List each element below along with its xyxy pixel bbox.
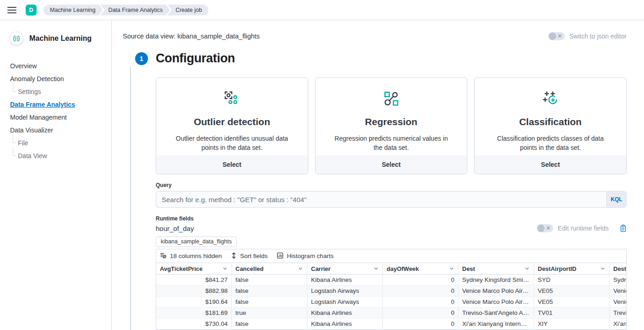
table-cell[interactable]: Venice Marco Polo Airport: [458, 286, 534, 296]
app-window: D Machine LearningData Frame AnalyticsCr…: [0, 0, 644, 330]
chevron-down-icon[interactable]: [524, 266, 530, 271]
table-cell[interactable]: VE05: [534, 297, 610, 307]
table-cell[interactable]: Logstash Airways: [307, 297, 383, 307]
table-cell[interactable]: Venice Marco Polo Airport: [458, 297, 534, 307]
sort-fields-button[interactable]: Sort fields: [231, 252, 267, 260]
breadcrumb-data-frame-analytics[interactable]: Data Frame Analytics: [100, 5, 170, 16]
cell-value: 0: [451, 309, 454, 316]
card-title: Regression: [324, 116, 459, 127]
kql-badge[interactable]: KQL: [606, 191, 627, 208]
outlier-detection-card[interactable]: Outlier detection Outlier detection iden…: [156, 77, 308, 174]
histogram-charts-button[interactable]: Histogram charts: [277, 252, 333, 260]
main-content: Source data view: kibana_sample_data_fli…: [112, 20, 644, 330]
sidebar-item-file[interactable]: File: [0, 137, 111, 149]
space-avatar[interactable]: D: [26, 5, 37, 16]
table-cell[interactable]: $841.27: [156, 275, 232, 285]
column-header-destairportid[interactable]: DestAirportID: [534, 263, 610, 274]
table-cell[interactable]: false: [232, 286, 307, 296]
cell-value: Kibana Airlines: [311, 276, 352, 283]
table-cell[interactable]: Xi'an: [610, 319, 627, 329]
table-cell[interactable]: Venice: [610, 297, 627, 307]
toggle-off-icon: ✕: [546, 225, 551, 231]
edit-runtime-fields-toggle[interactable]: ✕: [537, 224, 553, 232]
regression-card[interactable]: Regression Regression predicts numerical…: [315, 77, 468, 174]
table-cell[interactable]: Kibana Airlines: [307, 275, 383, 285]
table-cell[interactable]: false: [232, 319, 307, 329]
table-cell[interactable]: TV01: [534, 308, 610, 318]
column-header-avgticketprice[interactable]: AvgTicketPrice: [156, 263, 232, 274]
table-cell[interactable]: Treviso-Sant'Angelo Airport: [458, 308, 534, 318]
cell-value: Sydney Kingsford Smith I...: [462, 276, 530, 283]
sidebar-item-data-visualizer[interactable]: Data Visualizer: [0, 124, 111, 137]
breadcrumb: Machine LearningData Frame AnalyticsCrea…: [44, 5, 208, 16]
table-cell[interactable]: 0: [383, 275, 458, 285]
histogram-icon: [277, 252, 284, 260]
classification-icon: [541, 101, 560, 109]
step-connector-line: [130, 67, 131, 330]
cell-value: Xi'an: [613, 320, 627, 327]
card-description: Classification predicts classes of data …: [483, 134, 618, 153]
cell-value: $730.04: [205, 320, 228, 327]
chevron-down-icon[interactable]: [600, 266, 606, 271]
clipboard-icon[interactable]: [620, 225, 627, 232]
table-cell[interactable]: Treviso: [610, 308, 627, 318]
menu-icon[interactable]: [7, 7, 16, 13]
chevron-down-icon[interactable]: [222, 266, 228, 271]
job-type-cards: Outlier detection Outlier detection iden…: [156, 77, 627, 174]
table-cell[interactable]: $190.64: [156, 297, 232, 307]
data-view-tag[interactable]: kibana_sample_data_flights: [156, 236, 237, 247]
outlier-select-button[interactable]: Select: [156, 155, 308, 174]
table-cell[interactable]: Xi'an Xianyang Internatio...: [458, 319, 534, 329]
table-cell[interactable]: false: [232, 297, 307, 307]
chevron-down-icon[interactable]: [449, 266, 454, 271]
column-header-dest[interactable]: Dest: [458, 263, 534, 274]
table-cell[interactable]: true: [232, 308, 307, 318]
sidebar-item-data-view[interactable]: Data View: [0, 149, 111, 162]
sidebar-item-settings[interactable]: Settings: [0, 85, 111, 98]
sidebar-item-model-management[interactable]: Model Management: [0, 111, 111, 124]
cell-value: VE05: [538, 298, 553, 305]
column-header-cancelled[interactable]: Cancelled: [232, 263, 307, 274]
classification-card[interactable]: Classification Classification predicts c…: [474, 77, 627, 174]
chevron-down-icon[interactable]: [298, 266, 303, 271]
table-cell[interactable]: 0: [383, 308, 458, 318]
table-cell[interactable]: Sydney Kingsford Smith I...: [458, 275, 534, 285]
table-cell[interactable]: $730.04: [156, 319, 232, 329]
chevron-down-icon[interactable]: [373, 266, 379, 271]
classification-select-button[interactable]: Select: [475, 155, 626, 174]
card-description: Outlier detection identifies unusual dat…: [164, 134, 300, 153]
column-header-destcityname[interactable]: DestCityName: [610, 263, 627, 274]
json-editor-toggle[interactable]: ✕: [548, 32, 565, 40]
table-cell[interactable]: Kibana Airlines: [307, 319, 383, 329]
table-cell[interactable]: Sydney: [610, 275, 627, 285]
query-search-input[interactable]: [156, 191, 606, 208]
cell-value: Venice: [613, 287, 627, 294]
table-cell[interactable]: VE05: [534, 286, 610, 296]
table-cell[interactable]: $882.98: [156, 286, 232, 296]
table-cell[interactable]: XIY: [534, 319, 610, 329]
cell-value: 0: [451, 298, 454, 305]
column-header-label: AvgTicketPrice: [160, 265, 202, 272]
table-cell[interactable]: Logstash Airways: [307, 286, 383, 296]
json-editor-toggle-label: Switch to json editor: [569, 33, 627, 40]
table-cell[interactable]: false: [232, 275, 307, 285]
table-cell[interactable]: Venice: [610, 286, 627, 296]
sidebar-item-data-frame-analytics[interactable]: Data Frame Analytics: [0, 98, 111, 111]
cell-value: $841.27: [205, 276, 228, 283]
table-cell[interactable]: 0: [383, 286, 458, 296]
table-cell[interactable]: 0: [383, 319, 458, 329]
breadcrumb-machine-learning[interactable]: Machine Learning: [44, 5, 103, 16]
breadcrumb-create-job[interactable]: Create job: [167, 5, 208, 16]
table-cell[interactable]: Kibana Airlines: [307, 308, 383, 318]
columns-hidden-button[interactable]: 18 columns hidden: [160, 252, 222, 260]
table-cell[interactable]: 0: [383, 297, 458, 307]
cell-value: $882.98: [205, 287, 228, 294]
column-header-dayofweek[interactable]: dayOfWeek: [383, 263, 458, 274]
table-cell[interactable]: $181.69: [156, 308, 232, 318]
table-cell[interactable]: SYD: [534, 275, 610, 285]
sidebar-item-overview[interactable]: Overview: [0, 60, 111, 72]
regression-select-button[interactable]: Select: [316, 155, 467, 174]
sidebar-item-anomaly-detection[interactable]: Anomaly Detection: [0, 72, 111, 85]
column-header-label: Carrier: [311, 265, 331, 272]
column-header-carrier[interactable]: Carrier: [307, 263, 383, 274]
